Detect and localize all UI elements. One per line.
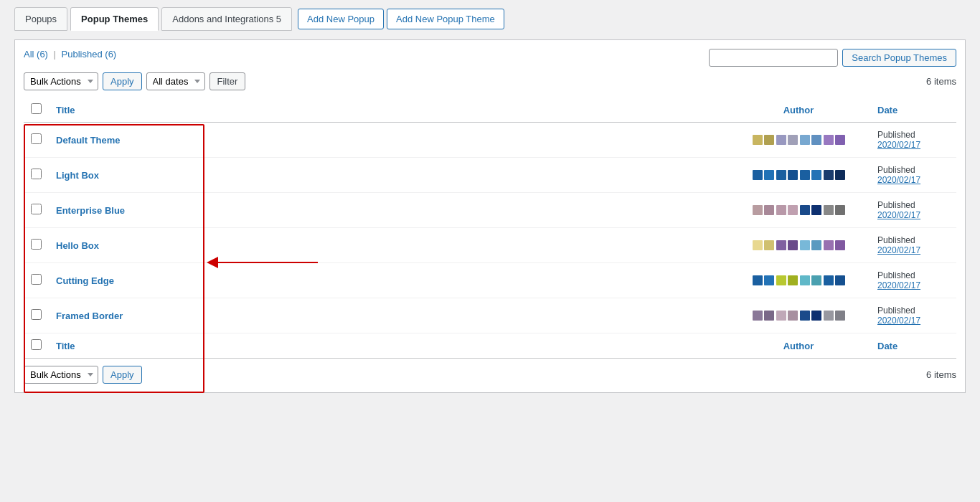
date-filter-select[interactable]: All dates [146,72,205,90]
color-swatch [753,170,763,180]
color-swatch [835,135,845,145]
color-swatch [835,170,845,180]
search-button[interactable]: Search Popup Themes [842,49,956,67]
date-link[interactable]: 2020/02/17 [877,280,949,290]
row-checkbox-1[interactable] [31,133,42,144]
table-row: Light BoxPublished2020/02/17 [24,158,956,193]
color-swatch [824,135,834,145]
color-swatch [800,240,810,250]
filter-all[interactable]: All (6) [24,49,48,60]
color-swatch [824,170,834,180]
select-all-checkbox-footer[interactable] [31,339,42,350]
tab-popup-themes[interactable]: Popup Themes [70,7,159,31]
color-swatch [788,170,798,180]
title-footer-label: Title [49,333,727,359]
color-swatch [764,275,774,285]
row-checkbox-2[interactable] [31,169,42,179]
date-link[interactable]: 2020/02/17 [877,210,949,220]
select-all-checkbox[interactable] [31,103,42,114]
color-swatch [764,135,774,145]
add-new-popup-button[interactable]: Add New Popup [298,9,384,29]
author-footer-label: Author [727,333,870,359]
color-swatch [824,275,834,285]
date-link[interactable]: 2020/02/17 [877,245,949,255]
color-swatch [811,170,821,180]
theme-title-link-4[interactable]: Hello Box [56,240,99,251]
top-action-bar: Bulk Actions Delete Apply All dates Filt… [24,72,956,90]
date-link[interactable]: 2020/02/17 [877,316,949,326]
tabs-bar: Popups Popup Themes Addons and Integrati… [14,7,966,31]
row-checkbox-3[interactable] [31,204,42,214]
color-swatch [835,240,845,250]
date-status: Published [877,165,949,175]
filter-button[interactable]: Filter [209,72,246,90]
select-all-footer[interactable] [24,333,49,359]
color-swatch [753,135,763,145]
tab-addons[interactable]: Addons and Integrations 5 [161,7,292,31]
color-swatch [753,240,763,250]
date-link[interactable]: 2020/02/17 [877,140,949,150]
theme-title-link-1[interactable]: Default Theme [56,135,121,146]
date-status: Published [877,200,949,210]
color-swatch [764,205,774,215]
color-swatches-2 [734,170,863,180]
theme-title-link-5[interactable]: Cutting Edge [56,275,114,286]
top-bar-left: Bulk Actions Delete Apply All dates Filt… [24,72,245,90]
top-bar-right: 6 items [926,76,956,87]
color-swatch [824,240,834,250]
color-swatch [811,205,821,215]
row-checkbox-6[interactable] [31,309,42,320]
filter-published[interactable]: Published (6) [62,49,117,60]
theme-title-link-2[interactable]: Light Box [56,170,99,181]
color-swatch [788,240,798,250]
color-swatches-6 [734,311,863,321]
title-column-header[interactable]: Title [49,98,727,123]
table-row: Hello BoxPublished2020/02/17 [24,228,956,263]
bottom-action-bar: Bulk Actions Delete Apply 6 items [24,366,956,384]
color-swatch [824,311,834,321]
color-swatch [776,135,786,145]
theme-title-link-6[interactable]: Framed Border [56,311,123,321]
color-swatch [753,205,763,215]
date-cell-6: Published2020/02/17 [870,298,956,333]
color-swatch [811,240,821,250]
content-area: All (6) | Published (6) Search Popup The… [14,39,966,393]
color-swatch [753,311,763,321]
bulk-actions-select[interactable]: Bulk Actions Delete [24,72,98,90]
themes-table: Title Author Date Default ThemePublished… [24,98,956,359]
color-swatch [764,170,774,180]
tab-popups[interactable]: Popups [14,7,67,31]
date-column-header[interactable]: Date [870,98,956,123]
color-swatch [764,311,774,321]
theme-title-link-3[interactable]: Enterprise Blue [56,205,125,216]
color-swatch [776,275,786,285]
author-column-header[interactable]: Author [727,98,870,123]
date-cell-5: Published2020/02/17 [870,263,956,298]
add-new-popup-theme-button[interactable]: Add New Popup Theme [387,9,504,29]
color-swatch [824,205,834,215]
date-cell-1: Published2020/02/17 [870,123,956,158]
color-swatch [776,311,786,321]
select-all-header[interactable] [24,98,49,123]
table-row: Enterprise BluePublished2020/02/17 [24,193,956,228]
color-swatch [835,275,845,285]
table-row: Cutting EdgePublished2020/02/17 [24,263,956,298]
color-swatch [753,275,763,285]
color-swatch [800,275,810,285]
bottom-items-count: 6 items [926,369,956,380]
search-input[interactable] [709,49,838,67]
items-count: 6 items [926,76,956,87]
color-swatch [788,135,798,145]
bottom-apply-button[interactable]: Apply [103,366,142,384]
date-link[interactable]: 2020/02/17 [877,175,949,185]
color-swatches-4 [734,240,863,250]
color-swatch [811,311,821,321]
date-cell-2: Published2020/02/17 [870,158,956,193]
color-swatch [800,170,810,180]
bottom-bulk-actions-select[interactable]: Bulk Actions Delete [24,366,98,384]
color-swatches-3 [734,205,863,215]
color-swatch [811,135,821,145]
apply-button[interactable]: Apply [103,72,142,90]
row-checkbox-4[interactable] [31,239,42,250]
row-checkbox-5[interactable] [31,274,42,285]
